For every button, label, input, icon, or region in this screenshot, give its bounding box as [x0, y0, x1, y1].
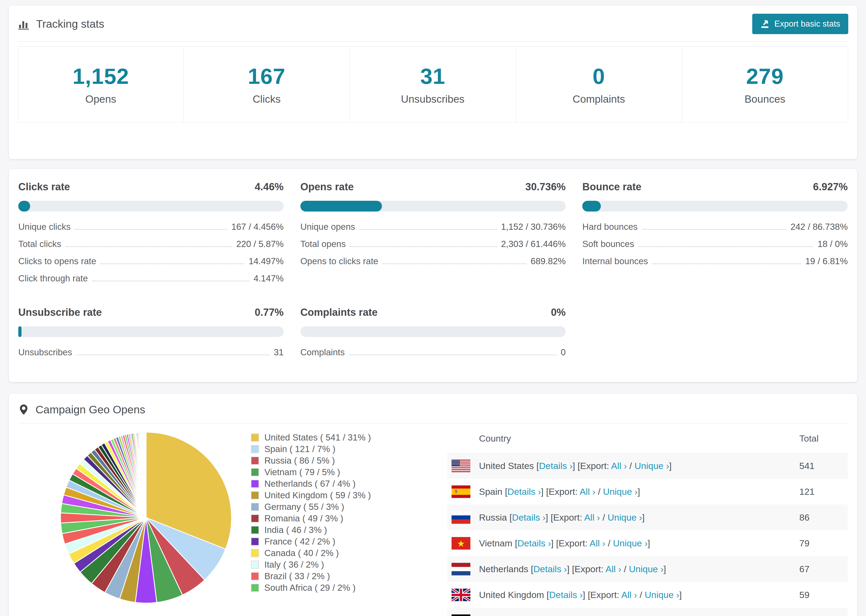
card-title: Tracking stats — [36, 18, 104, 30]
legend-swatch — [251, 526, 259, 534]
export-unique-link[interactable]: Unique › — [629, 564, 663, 574]
progress-bar-fill — [18, 201, 30, 212]
dotted-leader — [101, 263, 244, 264]
table-row: Spain [Details ›] [Export: All › / Uniqu… — [447, 479, 848, 504]
legend-label: Spain ( 121 / 7% ) — [265, 444, 335, 454]
export-unique-link[interactable]: Unique › — [635, 460, 669, 471]
legend-label: Russia ( 86 / 5% ) — [265, 456, 335, 466]
table-cell-country: Netherlands [Details ›] [Export: All › /… — [479, 564, 781, 574]
stat-row: Internal bounces 19 / 6.81% — [582, 256, 848, 273]
legend-swatch — [251, 457, 259, 465]
legend-swatch — [251, 537, 259, 545]
rate-title: Unsubscribe rate — [18, 306, 102, 318]
table-row: United States [Details ›] [Export: All ›… — [447, 453, 848, 479]
stat-row-value: 31 — [274, 347, 284, 357]
details-link[interactable]: Details › — [549, 590, 583, 600]
legend-item: France ( 42 / 2% ) — [251, 536, 391, 547]
legend-item: Spain ( 121 / 7% ) — [251, 443, 391, 455]
table-cell-total: 121 — [781, 486, 848, 497]
stat-row-value: 242 / 86.738% — [790, 222, 848, 232]
table-row: United Kingdom [Details ›] [Export: All … — [447, 582, 848, 608]
rate-value: 0% — [551, 306, 565, 318]
stat-value: 0 — [592, 64, 605, 89]
legend-label: Netherlands ( 67 / 4% ) — [265, 479, 356, 489]
table-cell-country: United States [Details ›] [Export: All ›… — [479, 460, 781, 471]
details-link[interactable]: Details › — [539, 460, 573, 471]
stat-row-value: 19 / 6.81% — [805, 256, 848, 266]
table-cell-total: 541 — [781, 460, 848, 471]
stat-row: Clicks to opens rate 14.497% — [18, 256, 284, 273]
flag-ru-icon — [452, 511, 471, 524]
stat-value: 1,152 — [72, 64, 129, 89]
card-title: Campaign Geo Opens — [36, 404, 145, 416]
export-all-link[interactable]: All › — [606, 564, 622, 574]
stat-box: 167 Clicks — [184, 46, 350, 123]
dotted-leader — [383, 263, 526, 264]
legend-item: Germany ( 55 / 3% ) — [251, 501, 391, 512]
flag-gb-icon — [452, 589, 471, 601]
export-unique-link[interactable]: Unique › — [608, 512, 642, 522]
dotted-leader — [349, 355, 556, 355]
dotted-leader — [76, 355, 269, 355]
stat-row-label: Total opens — [301, 239, 346, 249]
stat-box: 1,152 Opens — [18, 46, 184, 123]
geo-opens-table: Country Total United States [Details ›] … — [447, 425, 848, 616]
stat-row-label: Complaints — [301, 347, 345, 357]
stat-row-value: 14.497% — [249, 256, 283, 266]
progress-bar — [18, 201, 284, 212]
divider — [18, 41, 848, 42]
export-all-link[interactable]: All › — [579, 486, 595, 497]
flag-es-icon — [452, 486, 471, 498]
stat-row-value: 2,303 / 61.446% — [501, 239, 565, 249]
stat-box: 279 Bounces — [682, 46, 848, 123]
details-link[interactable]: Details › — [533, 564, 567, 574]
stat-row-label: Soft bounces — [582, 239, 634, 249]
rate-value: 0.77% — [255, 306, 284, 318]
stat-label: Opens — [85, 93, 116, 105]
progress-bar — [582, 201, 848, 212]
export-basic-stats-button[interactable]: Export basic stats — [752, 14, 848, 34]
stat-row: Unique clicks 167 / 4.456% — [18, 222, 284, 239]
rate-value: 30.736% — [525, 181, 565, 193]
details-link[interactable]: Details › — [518, 538, 551, 548]
table-cell-country: Russia [Details ›] [Export: All › / Uniq… — [479, 512, 781, 523]
legend-label: South Africa ( 29 / 2% ) — [265, 583, 356, 593]
progress-bar — [301, 201, 566, 212]
legend-item: Canada ( 40 / 2% ) — [251, 547, 391, 559]
legend-swatch — [251, 584, 259, 592]
details-link[interactable]: Details › — [512, 512, 546, 522]
table-row: Netherlands [Details ›] [Export: All › /… — [447, 556, 848, 582]
legend-swatch — [251, 491, 259, 499]
legend-item: United States ( 541 / 31% ) — [251, 432, 391, 443]
legend-label: Germany ( 55 / 3% ) — [265, 502, 344, 512]
export-all-link[interactable]: All › — [584, 512, 600, 522]
progress-bar — [18, 326, 284, 337]
legend-item: Netherlands ( 67 / 4% ) — [251, 478, 391, 489]
export-all-link[interactable]: All › — [589, 538, 605, 548]
export-unique-link[interactable]: Unique › — [613, 538, 648, 548]
column-header-country: Country — [447, 433, 781, 444]
progress-bar — [301, 326, 566, 337]
rate-title: Bounce rate — [582, 181, 641, 193]
export-unique-link[interactable]: Unique › — [645, 590, 679, 600]
pie-legend: United States ( 541 / 31% ) Spain ( 121 … — [251, 432, 391, 616]
stat-value: 31 — [420, 64, 445, 89]
export-unique-link[interactable]: Unique › — [603, 486, 638, 497]
table-row: Russia [Details ›] [Export: All › / Uniq… — [447, 504, 848, 530]
legend-label: Canada ( 40 / 2% ) — [265, 548, 339, 558]
table-header-row: Country Total — [447, 425, 848, 453]
details-link[interactable]: Details › — [507, 486, 541, 497]
legend-label: Romania ( 49 / 3% ) — [265, 513, 343, 523]
legend-label: France ( 42 / 2% ) — [265, 536, 335, 547]
stat-row-value: 18 / 0% — [817, 239, 848, 249]
rate-value: 6.927% — [813, 181, 848, 193]
stat-row-label: Unique clicks — [18, 222, 71, 232]
export-all-link[interactable]: All › — [611, 460, 627, 471]
legend-item: India ( 46 / 3% ) — [251, 524, 391, 536]
stat-row: Total clicks 220 / 5.87% — [18, 239, 284, 256]
progress-bar-fill — [301, 201, 382, 212]
legend-item: Italy ( 36 / 2% ) — [251, 559, 391, 570]
stat-value: 279 — [746, 64, 784, 89]
export-all-link[interactable]: All › — [621, 590, 637, 600]
rates-card: Clicks rate 4.46% Unique clicks 167 / 4.… — [9, 169, 857, 382]
